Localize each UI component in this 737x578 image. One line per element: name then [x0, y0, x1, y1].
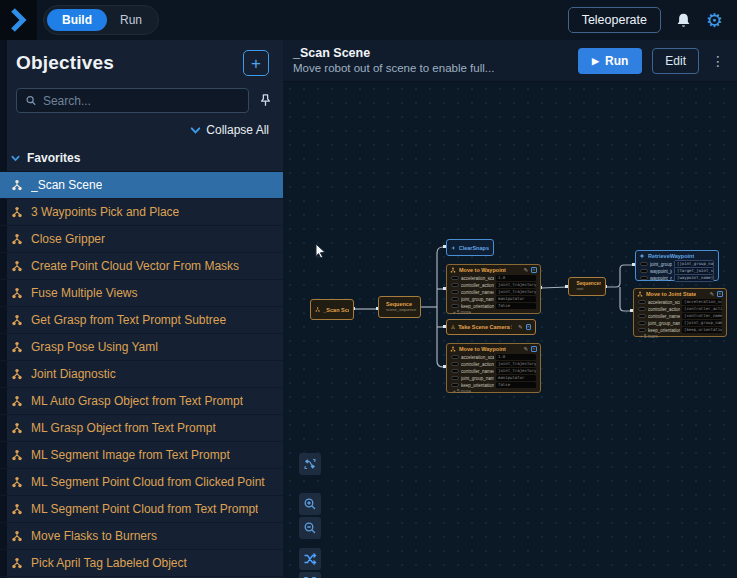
- objective-item[interactable]: Pick April Tag Labeled Object: [0, 550, 283, 577]
- param-type-badge: [451, 376, 459, 380]
- param-type-badge: [640, 269, 648, 273]
- top-bar: Build Run Teleoperate ⚙: [0, 0, 737, 40]
- remove-node-icon[interactable]: ✕: [526, 324, 531, 330]
- behavior-tree-icon: [11, 449, 23, 461]
- canvas-toolbar: [299, 453, 321, 578]
- auto-layout-button[interactable]: [299, 548, 321, 570]
- objective-item[interactable]: _Scan Scene: [0, 172, 283, 199]
- param-type-badge: [640, 276, 648, 280]
- run-button[interactable]: ▶ Run: [578, 48, 642, 74]
- zoom-out-icon: [303, 521, 317, 535]
- build-run-toggle: Build Run: [43, 5, 159, 35]
- objective-item[interactable]: ML Segment Point Cloud from Clicked Poin…: [0, 469, 283, 496]
- search-input[interactable]: [43, 94, 240, 108]
- node-scan-scene[interactable]: _Scan Scene: [310, 299, 354, 320]
- rearrange-icon: [303, 457, 317, 471]
- skill-spark-icon: [639, 253, 645, 259]
- objective-item[interactable]: ML Segment Point Cloud from Text Prompt: [0, 496, 283, 523]
- behavior-tree-icon: [11, 476, 23, 488]
- param-row: acceleration_scale_factor[acceleration_s…: [638, 299, 722, 305]
- objective-item[interactable]: ML Auto Grasp Object from Text Prompt: [0, 388, 283, 415]
- node-move-to-waypoint-1[interactable]: Move to Waypoint ✎ ✕ acceleration_scale_…: [446, 264, 541, 314]
- param-type-badge: [451, 369, 459, 373]
- pin-icon[interactable]: [258, 93, 273, 108]
- node-retrieve-waypoint[interactable]: RetrieveWaypoint joint_group_name[joint_…: [635, 250, 719, 281]
- param-row: waypoint_joint_state[target_joint_state]: [640, 268, 714, 274]
- mode-run-button[interactable]: Run: [107, 9, 155, 31]
- more-params-link[interactable]: + 5 more: [453, 310, 540, 315]
- behavior-tree-icon: [11, 503, 23, 515]
- zoom-in-button[interactable]: [299, 493, 321, 515]
- param-type-badge: [451, 276, 459, 280]
- param-type-badge: [638, 328, 646, 332]
- behavior-tree-icon: [11, 368, 23, 380]
- add-objective-button[interactable]: +: [243, 50, 269, 76]
- remove-node-icon[interactable]: ✕: [531, 267, 537, 273]
- rearrange-layout-button[interactable]: [299, 453, 321, 475]
- objective-item[interactable]: Close Gripper: [0, 226, 283, 253]
- behavior-tree-canvas[interactable]: _Scan Scene Sequence scene_sequence Clea…: [283, 82, 737, 578]
- collapse-all-button[interactable]: Collapse All: [0, 117, 283, 145]
- param-type-badge: [638, 300, 646, 304]
- more-params-link[interactable]: + 5 more: [640, 334, 726, 339]
- param-row: joint_group_name[joint_group_name]: [638, 320, 722, 326]
- fit-view-button[interactable]: [299, 572, 321, 578]
- node-move-to-waypoint-2[interactable]: Move to Waypoint ✎ ✕ acceleration_scale_…: [446, 343, 541, 393]
- node-sequencer[interactable]: Sequencer root: [568, 277, 606, 296]
- param-row: waypoint_name[waypoint_name]: [640, 275, 714, 281]
- node-move-to-joint-state[interactable]: Move to Joint State ✎ ✕ acceleration_sca…: [633, 288, 727, 337]
- objective-item[interactable]: ML Grasp Object from Text Prompt: [0, 415, 283, 442]
- param-row: joint_group_name[joint_group_name]: [640, 261, 714, 267]
- param-type-badge: [638, 307, 646, 311]
- param-type-badge: [451, 304, 459, 308]
- objective-item[interactable]: 3 Waypoints Pick and Place: [0, 199, 283, 226]
- param-type-badge: [638, 321, 646, 325]
- search-box[interactable]: [16, 88, 249, 113]
- behavior-tree-icon: [11, 422, 23, 434]
- favorites-list: _Scan Scene 3 Waypoints Pick and Place C…: [0, 172, 283, 578]
- favorites-section-header[interactable]: Favorites: [0, 145, 283, 172]
- objective-item[interactable]: Fuse Multiple Views: [0, 280, 283, 307]
- param-row: keep_orientationfalse: [451, 303, 536, 309]
- behavior-tree-icon: [11, 260, 23, 272]
- remove-node-icon[interactable]: ✕: [717, 291, 723, 297]
- objective-item[interactable]: Joint Diagnostic: [0, 361, 283, 388]
- teleoperate-button[interactable]: Teleoperate: [568, 7, 661, 33]
- zoom-in-icon: [303, 497, 317, 511]
- edit-pencil-icon[interactable]: ✎: [523, 346, 528, 352]
- mouse-cursor: [313, 243, 329, 259]
- app-logo[interactable]: [0, 0, 37, 40]
- objective-item[interactable]: Grasp Pose Using Yaml: [0, 334, 283, 361]
- param-type-badge: [451, 362, 459, 366]
- zoom-out-button[interactable]: [299, 517, 321, 539]
- behavior-tree-icon: [11, 233, 23, 245]
- notifications-bell-icon[interactable]: [675, 12, 692, 29]
- settings-gear-icon[interactable]: ⚙: [706, 11, 723, 30]
- param-row: controller_names[controller_names]: [638, 313, 722, 319]
- param-row: keep_orientationfalse: [451, 382, 536, 388]
- behavior-tree-icon: [451, 324, 455, 330]
- node-sequence[interactable]: Sequence scene_sequence: [378, 296, 421, 318]
- mode-build-button[interactable]: Build: [47, 9, 107, 31]
- objective-item[interactable]: Get Grasp from Text Prompt Subtree: [0, 307, 283, 334]
- behavior-tree-icon: [11, 530, 23, 542]
- objectives-sidebar: Objectives + Collapse All Favorites _Sca…: [0, 40, 283, 578]
- edit-pencil-icon[interactable]: ✎: [518, 324, 523, 330]
- edit-pencil-icon[interactable]: ✎: [709, 291, 714, 297]
- behavior-tree-icon: [11, 395, 23, 407]
- edit-pencil-icon[interactable]: ✎: [523, 267, 528, 273]
- param-type-badge: [638, 314, 646, 318]
- objective-item[interactable]: ML Segment Image from Text Prompt: [0, 442, 283, 469]
- behavior-tree-icon: [11, 206, 23, 218]
- objective-item[interactable]: Move Flasks to Burners: [0, 523, 283, 550]
- more-options-kebab-icon[interactable]: ⋮: [709, 53, 727, 69]
- param-row: acceleration_scale_factor1.0: [451, 354, 536, 360]
- param-type-badge: [451, 290, 459, 294]
- edit-button[interactable]: Edit: [652, 48, 699, 74]
- remove-node-icon[interactable]: ✕: [531, 346, 537, 352]
- node-take-scene-camera-snapshot[interactable]: Take Scene Camera Snapshot ✎ ✕: [446, 319, 536, 335]
- objective-item[interactable]: Create Point Cloud Vector From Masks: [0, 253, 283, 280]
- node-clear-snapshot[interactable]: ClearSnapshot: [446, 239, 494, 256]
- more-params-link[interactable]: + 5 more: [453, 389, 540, 394]
- objective-title: _Scan Scene: [293, 46, 494, 62]
